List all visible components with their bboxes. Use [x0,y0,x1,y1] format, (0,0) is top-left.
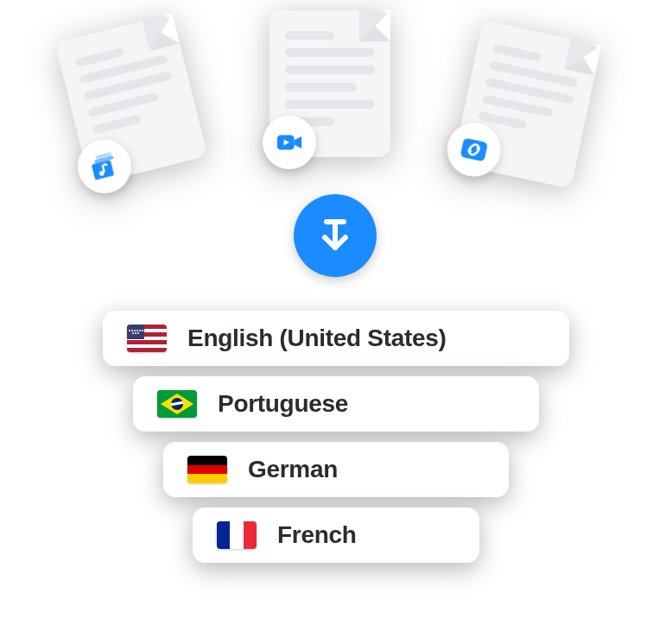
language-label: German [248,456,338,483]
language-label: Portuguese [218,390,348,418]
illustration-stage: English (United States) Portuguese Germa… [0,0,672,618]
document-text-lines [75,37,181,134]
flag-us-icon [127,325,167,352]
language-row-portuguese: Portuguese [133,376,539,432]
video-badge [263,116,316,169]
language-row-german: German [163,442,509,497]
video-icon [275,128,304,157]
flag-de-icon [187,456,227,483]
link-icon [457,132,491,167]
document-text-lines [478,44,581,139]
document-text-lines [285,31,375,126]
download-arrow-circle [294,194,377,277]
audio-badge [72,134,136,199]
language-list: English (United States) Portuguese Germa… [0,311,672,563]
link-badge [442,118,506,182]
music-library-icon [86,148,122,184]
language-row-english-us: English (United States) [103,311,569,366]
document-video [269,10,390,157]
document-audio [55,14,208,186]
svg-rect-6 [460,137,488,161]
download-arrow-icon [314,215,356,256]
language-row-french: French [193,508,479,563]
language-label: French [277,521,357,549]
flag-fr-icon [217,521,257,549]
flag-br-icon [157,390,197,418]
language-label: English (United States) [187,325,447,352]
document-link [453,20,601,188]
